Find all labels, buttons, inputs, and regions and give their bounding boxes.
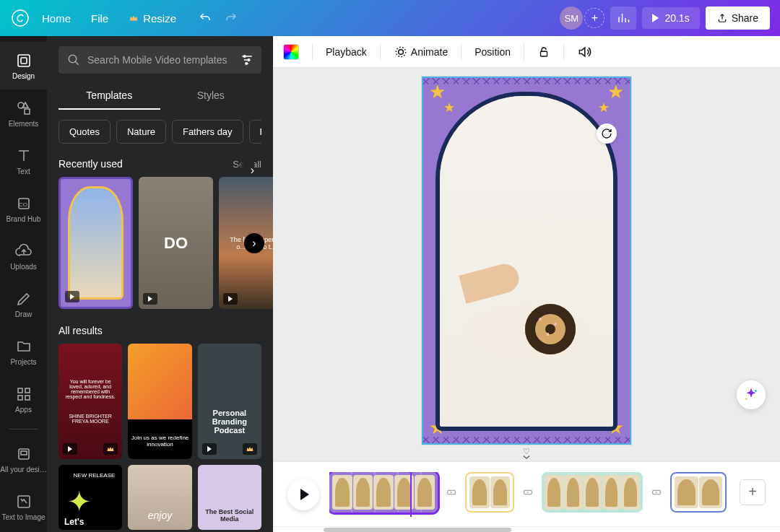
rail-uploads-label: Uploads <box>10 263 37 271</box>
thumbs-next[interactable]: › <box>244 233 264 253</box>
timeline: 6.9s 3.0s 6.4s 3.5s + <box>273 461 780 526</box>
template-thumb[interactable]: NEW RELEASE Let's <box>58 465 122 530</box>
all-results-title: All results <box>58 325 103 336</box>
divider <box>461 43 462 61</box>
svg-rect-2 <box>21 58 27 64</box>
user-avatar[interactable]: SM <box>560 6 583 30</box>
page-like-indicator[interactable]: ♡ <box>523 447 530 456</box>
template-thumb[interactable]: You will forever be loved, adored, and r… <box>58 344 122 459</box>
duration-play-button[interactable]: 20.1s <box>642 7 699 29</box>
timeline-scrollbar[interactable] <box>273 526 780 532</box>
template-thumb[interactable]: DO <box>139 177 213 309</box>
hand-shape <box>459 261 522 303</box>
home-button[interactable]: Home <box>33 6 79 30</box>
search-input[interactable] <box>58 46 261 74</box>
template-thumb[interactable]: Join us as we redefine innovation <box>128 344 191 459</box>
share-label: Share <box>732 12 758 24</box>
template-thumb[interactable]: Personal Branding Podcast <box>198 344 261 459</box>
rail-projects[interactable]: Projects <box>0 328 47 375</box>
topbar-left-group: Home File Resize <box>10 6 243 30</box>
add-member-button[interactable]: + <box>584 8 604 28</box>
add-clip-button[interactable]: + <box>740 479 766 505</box>
playhead[interactable] <box>410 472 412 517</box>
insights-button[interactable] <box>610 6 636 30</box>
thumb-text: Personal Branding Podcast <box>204 409 256 435</box>
thumb-text: You will forever be loved, adored, and r… <box>64 379 116 399</box>
panel-tabs: Templates Styles <box>58 82 261 110</box>
rail-apps-label: Apps <box>15 406 32 414</box>
resize-button[interactable]: Resize <box>120 6 185 30</box>
canvas-stage[interactable]: ★ ★ ★ ★ ★ ★ <box>273 68 780 453</box>
divider <box>563 43 564 61</box>
thumb-text: DO <box>164 234 188 253</box>
rail-elements[interactable]: Elements <box>0 90 47 137</box>
redo-button[interactable] <box>220 6 243 30</box>
transition-button[interactable] <box>445 487 458 498</box>
transition-button[interactable] <box>521 487 534 498</box>
all-results-grid: You will forever be loved, adored, and r… <box>58 344 261 530</box>
rail-uploads[interactable]: Uploads <box>0 232 47 280</box>
rail-brand[interactable]: CO. Brand Hub <box>0 185 47 232</box>
rail-design-label: Design <box>12 72 35 80</box>
duration-label: 20.1s <box>664 12 689 24</box>
svg-text:CO.: CO. <box>18 201 28 208</box>
lock-button[interactable] <box>537 45 550 58</box>
rail-brand-label: Brand Hub <box>6 215 41 223</box>
rail-apps[interactable]: Apps <box>0 375 47 423</box>
video-icon <box>202 443 217 455</box>
timeline-clip[interactable]: 3.5s <box>670 472 727 513</box>
svg-point-14 <box>69 55 77 63</box>
transition-button[interactable] <box>650 487 663 498</box>
svg-rect-4 <box>25 109 30 114</box>
thumb-text: NEW RELEASE <box>74 472 116 479</box>
scrollbar-thumb[interactable] <box>324 528 511 532</box>
canva-logo[interactable] <box>10 8 30 28</box>
position-button[interactable]: Position <box>474 46 511 58</box>
rail-text-to-image[interactable]: Text to Image <box>0 483 47 531</box>
color-picker[interactable] <box>283 44 299 60</box>
timeline-track[interactable]: 6.9s 3.0s 6.4s 3.5s + <box>329 472 766 517</box>
timeline-clip[interactable]: 6.9s <box>329 472 438 513</box>
filter-icon[interactable] <box>240 53 254 67</box>
rail-draw[interactable]: Draw <box>0 280 47 328</box>
video-icon <box>143 293 157 305</box>
template-thumb[interactable]: enjoy <box>128 465 191 530</box>
undo-button[interactable] <box>194 6 217 30</box>
timeline-play-button[interactable] <box>287 479 319 510</box>
rail-text[interactable]: Text <box>0 137 47 185</box>
arch-frame <box>436 92 617 430</box>
svg-rect-8 <box>25 388 30 393</box>
chip-food[interactable]: Food <box>249 120 261 144</box>
playback-button[interactable]: Playback <box>326 46 367 58</box>
magic-fab[interactable] <box>737 380 766 409</box>
left-rail: Design Elements Text CO. Brand Hub Uploa… <box>0 36 47 532</box>
rail-all-designs[interactable]: All your desi… <box>0 435 47 483</box>
thumb-text: Join us as we redefine innovation <box>128 435 191 448</box>
audio-button[interactable] <box>577 45 592 59</box>
file-button[interactable]: File <box>82 6 117 30</box>
divider <box>380 43 381 61</box>
chip-quotes[interactable]: Quotes <box>58 120 110 144</box>
svg-rect-10 <box>25 396 30 400</box>
share-button[interactable]: Share <box>706 6 770 30</box>
animate-button[interactable]: Animate <box>394 45 448 59</box>
timeline-clip[interactable]: 3.0s <box>465 472 514 513</box>
chip-nature[interactable]: Nature <box>116 120 166 144</box>
video-icon <box>63 443 77 455</box>
chip-fathers-day[interactable]: Fathers day <box>172 120 243 144</box>
recent-thumbs: DO The fut... depends o... you do t... › <box>58 177 261 309</box>
svg-rect-11 <box>19 449 29 459</box>
rail-elements-label: Elements <box>9 120 39 128</box>
rail-design[interactable]: Design <box>0 42 47 90</box>
template-thumb[interactable]: The Best Social Media <box>198 465 261 530</box>
svg-point-15 <box>243 56 246 58</box>
template-thumb[interactable] <box>58 177 133 309</box>
tab-styles[interactable]: Styles <box>160 82 262 110</box>
timeline-clip[interactable]: 6.4s <box>542 472 643 513</box>
decorative-zigzag <box>423 435 630 443</box>
rail-all-designs-label: All your desi… <box>0 466 46 474</box>
thumb-text: SHINE BRIGHTER FREYA MOORE <box>64 414 116 424</box>
tab-templates[interactable]: Templates <box>58 82 160 110</box>
svg-point-22 <box>745 398 748 400</box>
regenerate-button[interactable] <box>597 123 617 144</box>
